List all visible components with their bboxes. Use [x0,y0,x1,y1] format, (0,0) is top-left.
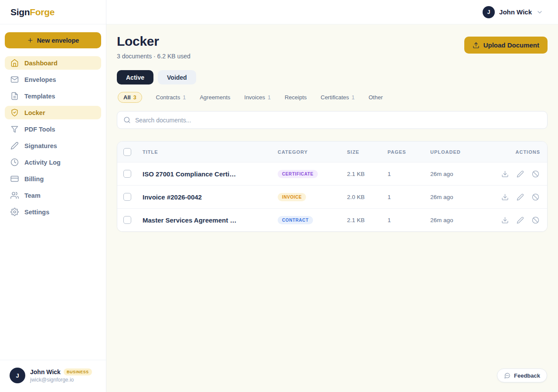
edit-icon [517,216,524,224]
status-tabs: Active Voided [117,70,548,84]
chat-bubble-icon [504,372,510,379]
users-icon [10,191,19,199]
download-icon [501,170,509,178]
tab-voided[interactable]: Voided [158,70,196,84]
sidebar: SignForge New envelope Dashboard Envelop… [0,0,106,392]
void-button[interactable] [531,169,540,179]
category-filters: All3 Contracts1 Agreements Invoices1 Rec… [117,92,548,103]
brand-name-secondary: Forge [30,7,54,17]
column-header-category: CATEGORY [278,149,347,155]
column-header-actions: ACTIONS [498,149,540,155]
document-pages: 1 [388,217,430,223]
sidebar-item-dashboard[interactable]: Dashboard [5,56,101,70]
table-row: ISO 27001 Compliance Certi… CERTIFICATE … [117,162,547,185]
column-header-uploaded: UPLOADED [430,149,498,155]
clock-icon [10,158,19,166]
gear-icon [10,208,19,216]
upload-document-button[interactable]: Upload Document [464,37,548,54]
sidebar-item-locker[interactable]: Locker [5,106,101,119]
edit-icon [517,193,524,201]
search-icon [123,116,131,124]
page-subtitle: 3 documents · 6.2 KB used [117,53,191,60]
sidebar-item-label: Envelopes [24,76,56,83]
void-button[interactable] [531,192,540,202]
document-title[interactable]: Invoice #2026-0042 [143,193,278,201]
download-icon [501,193,509,201]
funnel-icon [10,125,19,133]
row-checkbox[interactable] [123,193,131,201]
download-button[interactable] [500,192,510,202]
void-icon [532,170,539,178]
sidebar-item-templates[interactable]: Templates [5,89,101,103]
new-envelope-label: New envelope [37,37,79,44]
row-checkbox[interactable] [123,216,131,224]
sidebar-item-billing[interactable]: Billing [5,172,101,186]
void-button[interactable] [531,215,540,225]
home-icon [10,59,19,67]
column-header-title: TITLE [143,149,278,155]
logo-bar: SignForge [0,0,106,24]
filter-all[interactable]: All3 [118,92,142,103]
search-bar [117,111,548,129]
profile-name: John Wick [30,368,61,375]
user-menu[interactable]: J John Wick [483,6,543,18]
feedback-label: Feedback [514,372,540,379]
filter-contracts[interactable]: Contracts1 [156,94,186,101]
profile-email: jwick@signforge.io [30,377,92,383]
plus-icon [27,37,34,44]
filter-certificates[interactable]: Certificates1 [321,94,355,101]
edit-button[interactable] [515,215,525,225]
edit-button[interactable] [515,192,525,202]
document-title[interactable]: ISO 27001 Compliance Certi… [143,170,278,178]
sidebar-item-label: Dashboard [24,60,58,67]
feedback-button[interactable]: Feedback [497,368,547,382]
sidebar-item-activity-log[interactable]: Activity Log [5,155,101,169]
document-icon [10,92,19,100]
document-uploaded: 26m ago [430,217,498,223]
document-uploaded: 26m ago [430,194,498,200]
document-size: 2.0 KB [347,194,388,200]
download-icon [501,216,509,224]
select-all-checkbox[interactable] [123,148,131,156]
sidebar-item-label: PDF Tools [24,126,55,133]
filter-invoices[interactable]: Invoices1 [244,94,271,101]
document-size: 2.1 KB [347,171,388,177]
sidebar-nav: New envelope Dashboard Envelopes Templat… [0,24,106,360]
search-input[interactable] [135,117,541,124]
filter-receipts[interactable]: Receipts [285,94,307,101]
document-size: 2.1 KB [347,217,388,223]
sidebar-item-team[interactable]: Team [5,189,101,202]
category-badge: INVOICE [278,193,306,201]
shield-check-icon [10,108,19,117]
document-title[interactable]: Master Services Agreement … [143,216,278,224]
new-envelope-button[interactable]: New envelope [5,32,101,48]
sidebar-item-envelopes[interactable]: Envelopes [5,73,101,86]
sidebar-item-signatures[interactable]: Signatures [5,139,101,152]
void-icon [532,216,539,224]
sidebar-item-label: Settings [24,209,49,216]
column-header-pages: PAGES [388,149,430,155]
filter-other[interactable]: Other [368,94,383,101]
sidebar-item-label: Signatures [24,142,57,149]
envelope-icon [10,75,19,84]
document-uploaded: 26m ago [430,171,498,177]
tab-active[interactable]: Active [117,70,153,84]
brand-name-primary: Sign [10,7,30,17]
document-pages: 1 [388,171,430,177]
upload-document-label: Upload Document [483,41,539,49]
row-checkbox[interactable] [123,170,131,178]
brand-logo[interactable]: SignForge [10,7,54,17]
category-badge: CONTRACT [278,216,313,224]
table-row: Invoice #2026-0042 INVOICE 2.0 KB 1 26m … [117,185,547,208]
download-button[interactable] [500,169,510,179]
sidebar-profile[interactable]: J John Wick BUSINESS jwick@signforge.io [0,360,106,392]
edit-icon [517,170,524,178]
edit-button[interactable] [515,169,525,179]
avatar: J [10,368,25,383]
filter-agreements[interactable]: Agreements [200,94,230,101]
download-button[interactable] [500,215,510,225]
document-pages: 1 [388,194,430,200]
sidebar-item-settings[interactable]: Settings [5,205,101,219]
sidebar-item-pdf-tools[interactable]: PDF Tools [5,122,101,136]
locker-page: Locker 3 documents · 6.2 KB used Upload … [106,24,558,392]
